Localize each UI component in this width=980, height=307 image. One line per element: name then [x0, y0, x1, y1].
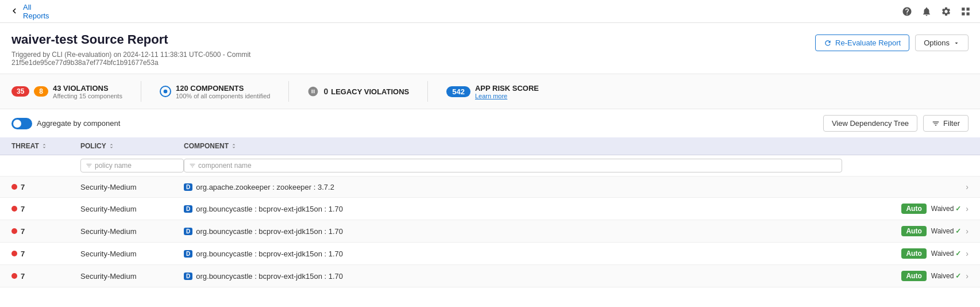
table-row[interactable]: 7Security-MediumDorg.apache.zookeeper : … — [0, 176, 980, 198]
risk-group: 542 APP RISK SCORE Learn more — [446, 84, 539, 99]
component-filter[interactable]: component name — [184, 159, 842, 172]
threat-sort-icon — [41, 143, 47, 149]
policy-cell: Security-Medium — [80, 205, 184, 213]
top-nav-icons — [902, 6, 971, 17]
row-chevron-icon[interactable]: › — [966, 227, 969, 236]
component-filter-placeholder: component name — [198, 162, 252, 170]
action-cell: AutoWaived ✓› — [842, 271, 969, 281]
component-name: org.apache.zookeeper : zookeeper : 3.7.2 — [196, 183, 334, 191]
aggregate-toggle-group: Aggregate by component — [11, 118, 120, 129]
top-nav: All Reports — [0, 0, 980, 23]
threat-cell: 7 — [11, 227, 80, 236]
components-group: 120 COMPONENTS 100% of all components id… — [160, 84, 271, 99]
violations-label: 43 VIOLATIONS — [53, 84, 122, 93]
filter-icon — [932, 120, 940, 128]
component-filter-icon — [189, 162, 196, 169]
divider1 — [141, 81, 141, 102]
component-name: org.bouncycastle : bcprov-ext-jdk15on : … — [196, 250, 343, 258]
divider3 — [427, 81, 428, 102]
threat-cell: 7 — [11, 250, 80, 258]
policy-col-header[interactable]: POLICY — [80, 142, 184, 150]
settings-icon[interactable] — [941, 6, 951, 17]
comp-type-badge: D — [184, 273, 192, 280]
threat-dot — [11, 251, 17, 256]
waived-badge: Waived ✓ — [931, 272, 962, 280]
table-header: THREAT POLICY COMPONENT — [0, 137, 980, 155]
component-sort-icon — [231, 143, 237, 149]
badge-red: 35 — [11, 86, 29, 97]
report-title: waiver-test Source Report — [11, 32, 250, 47]
legacy-group: 0 LEGACY VIOLATIONS — [307, 86, 409, 97]
auto-badge: Auto — [901, 204, 926, 214]
legacy-label: LEGACY VIOLATIONS — [331, 87, 409, 96]
threat-dot — [11, 228, 17, 234]
component-cell: Dorg.bouncycastle : bcprov-ext-jdk15on :… — [184, 205, 842, 213]
comp-type-badge: D — [184, 250, 192, 258]
threat-number: 7 — [21, 227, 25, 236]
filter-row: policy name component name — [0, 155, 980, 176]
action-cell: › — [842, 182, 969, 191]
policy-filter[interactable]: policy name — [80, 159, 184, 172]
risk-label: APP RISK SCORE — [475, 84, 539, 93]
row-chevron-icon[interactable]: › — [966, 204, 969, 213]
options-label: Options — [924, 39, 950, 47]
view-tree-label: View Dependency Tree — [832, 119, 909, 128]
grid-icon[interactable] — [960, 6, 971, 17]
component-cell: Dorg.bouncycastle : bcprov-ext-jdk15on :… — [184, 272, 842, 281]
components-label: 120 COMPONENTS — [176, 84, 271, 93]
filter-label: Filter — [943, 119, 960, 128]
check-icon: ✓ — [955, 227, 961, 235]
aggregate-toggle[interactable] — [11, 118, 32, 129]
check-icon: ✓ — [955, 250, 961, 258]
table-body: 7Security-MediumDorg.apache.zookeeper : … — [0, 176, 980, 287]
header-section: waiver-test Source Report Triggered by C… — [0, 23, 980, 74]
component-name: org.bouncycastle : bcprov-ext-jdk15on : … — [196, 272, 343, 281]
policy-filter-icon — [86, 162, 92, 169]
policy-cell: Security-Medium — [80, 183, 184, 191]
table-row[interactable]: 7Security-MediumDorg.bouncycastle : bcpr… — [0, 220, 980, 243]
table-row[interactable]: 7Security-MediumDorg.bouncycastle : bcpr… — [0, 265, 980, 287]
policy-cell: Security-Medium — [80, 227, 184, 236]
table-row[interactable]: 7Security-MediumDorg.bouncycastle : bcpr… — [0, 198, 980, 220]
threat-number: 7 — [21, 205, 25, 213]
re-evaluate-button[interactable]: Re-Evaluate Report — [815, 34, 909, 51]
learn-more-link[interactable]: Learn more — [475, 93, 539, 99]
comp-type-badge: D — [184, 205, 192, 213]
row-chevron-icon[interactable]: › — [966, 271, 969, 281]
svg-point-0 — [164, 90, 168, 94]
waived-badge: Waived ✓ — [931, 205, 962, 213]
row-chevron-icon[interactable]: › — [966, 182, 969, 191]
component-cell: Dorg.bouncycastle : bcprov-ext-jdk15on :… — [184, 227, 842, 236]
risk-score: 542 — [446, 86, 470, 97]
toolbar: Aggregate by component View Dependency T… — [0, 109, 980, 137]
component-name: org.bouncycastle : bcprov-ext-jdk15on : … — [196, 205, 343, 213]
policy-cell: Security-Medium — [80, 272, 184, 281]
options-button[interactable]: Options — [915, 34, 969, 51]
component-col-header[interactable]: COMPONENT — [184, 142, 842, 150]
comp-type-badge: D — [184, 228, 192, 235]
report-meta-line2: 21f5e1de95ce77d9b38a7ef774bfc1b91677e53a — [11, 59, 250, 67]
bell-icon[interactable] — [921, 6, 932, 17]
auto-badge: Auto — [901, 271, 926, 281]
help-icon[interactable] — [902, 6, 912, 17]
threat-dot — [11, 206, 17, 212]
row-chevron-icon[interactable]: › — [966, 249, 969, 258]
threat-number: 7 — [21, 250, 25, 258]
component-name: org.bouncycastle : bcprov-ext-jdk15on : … — [196, 227, 343, 236]
components-icon — [160, 86, 171, 97]
threat-cell: 7 — [11, 272, 80, 281]
back-link[interactable]: All Reports — [9, 3, 49, 20]
table-row[interactable]: 7Security-MediumDorg.bouncycastle : bcpr… — [0, 243, 980, 265]
threat-cell: 7 — [11, 205, 80, 213]
action-cell: AutoWaived ✓› — [842, 248, 969, 259]
threat-col-header[interactable]: THREAT — [11, 142, 80, 150]
action-cell: AutoWaived ✓› — [842, 204, 969, 214]
re-evaluate-label: Re-Evaluate Report — [835, 39, 901, 47]
waived-badge: Waived ✓ — [931, 227, 962, 235]
divider2 — [288, 81, 289, 102]
report-meta-line1: Triggered by CLI (Re-evaluation) on 2024… — [11, 51, 250, 59]
auto-badge: Auto — [901, 248, 926, 259]
filter-button[interactable]: Filter — [923, 115, 969, 132]
legacy-icon — [307, 86, 319, 97]
view-tree-button[interactable]: View Dependency Tree — [823, 115, 917, 132]
